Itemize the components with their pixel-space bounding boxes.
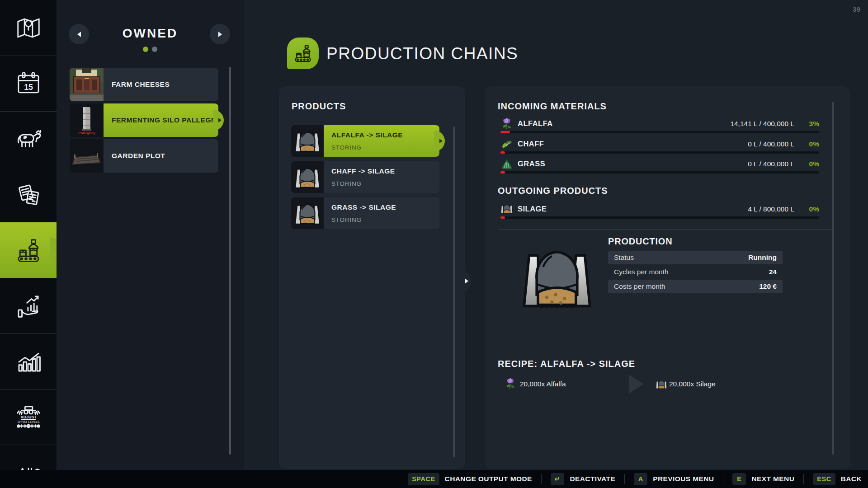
- product-name: GRASS -> SILAGE: [331, 203, 396, 211]
- row-label: Cycles per month: [614, 268, 669, 276]
- statistics-icon: [14, 347, 42, 375]
- silage-icon: [500, 203, 513, 216]
- material-name: CHAFF: [518, 140, 544, 148]
- sidebar-item-finances[interactable]: [0, 278, 57, 333]
- production-cycles-row: Cycles per month 24: [608, 265, 783, 279]
- menu-sidebar: 15: [0, 0, 57, 488]
- fill-level-value: [500, 151, 505, 154]
- owned-item-fermenting-silo[interactable]: Pallegney FERMENTING SILO PALLEGNEY: [70, 103, 275, 137]
- incoming-materials-heading: INCOMING MATERIALS: [498, 101, 607, 112]
- material-row-alfalfa: ALFALFA 14,141 L / 400,000 L 3%: [500, 117, 819, 136]
- product-name: CHAFF -> SILAGE: [331, 167, 395, 175]
- material-percent: 0%: [809, 140, 819, 148]
- next-menu-action[interactable]: E NEXT MENU: [732, 473, 794, 485]
- page-title: PRODUCTION CHAINS: [326, 44, 518, 63]
- details-panel: INCOMING MATERIALS ALFALFA 14,141 L / 40…: [485, 86, 850, 469]
- sidebar-item-contracts[interactable]: [0, 167, 57, 222]
- product-thumbnail: [291, 197, 324, 229]
- page-dot-active: [143, 47, 148, 52]
- silage-icon: [656, 379, 667, 391]
- owned-panel: OWNED: [57, 0, 244, 488]
- change-output-mode-action[interactable]: SPACE CHANGE OUTPUT MODE: [408, 473, 532, 485]
- products-heading: PRODUCTS: [292, 101, 346, 112]
- production-chains-glyph: [292, 43, 313, 64]
- page-title-icon: [287, 38, 319, 69]
- row-label: Status: [614, 253, 634, 262]
- esc-key-badge: ESC: [813, 473, 835, 485]
- material-name: GRASS: [518, 160, 545, 168]
- material-row-silage: SILAGE 4 L / 800,000 L 0%: [500, 203, 819, 222]
- recipe-arrow-icon: [629, 375, 644, 394]
- cow-icon: [14, 125, 42, 153]
- sidebar-item-statistics[interactable]: [0, 333, 57, 389]
- a-key-badge: A: [634, 473, 647, 485]
- sidebar-item-animals[interactable]: [0, 111, 57, 167]
- production-chains-screen: 39 15: [0, 0, 868, 488]
- action-label: CHANGE OUTPUT MODE: [445, 475, 532, 483]
- row-label: Costs per month: [614, 282, 665, 291]
- building-thumbnail: Pallegney: [70, 103, 104, 137]
- action-label: BACK: [841, 475, 862, 483]
- fill-level-value: [500, 131, 510, 133]
- footer-separator: [624, 474, 625, 484]
- material-percent: 0%: [809, 160, 819, 168]
- fill-level-bar: [500, 216, 819, 219]
- owned-item-garden-plot[interactable]: GARDEN PLOT: [70, 139, 275, 173]
- production-point-image: [516, 245, 598, 309]
- product-item-alfalfa-silage[interactable]: ALFALFA -> SILAGE STORING: [291, 125, 439, 157]
- products-scrollbar[interactable]: [453, 127, 455, 457]
- material-row-chaff: CHAFF 0 L / 400,000 L 0%: [500, 138, 819, 157]
- recipe-input-text: 20,000x Alfalfa: [520, 380, 566, 388]
- product-status: STORING: [331, 180, 362, 187]
- material-amount: 4 L / 800,000 L: [748, 205, 794, 213]
- production-status-row: Status Running: [608, 251, 783, 264]
- product-thumbnail: [291, 125, 324, 157]
- recipe-output-text: 20,000x Silage: [669, 380, 716, 388]
- hotkey-bar: SPACE CHANGE OUTPUT MODE ↵ DEACTIVATE A …: [0, 470, 868, 488]
- material-name: SILAGE: [518, 205, 547, 213]
- owned-scrollbar[interactable]: [229, 67, 231, 455]
- contracts-icon: [14, 181, 42, 209]
- material-amount: 0 L / 400,000 L: [748, 160, 794, 168]
- sidebar-item-map[interactable]: [0, 0, 57, 56]
- adjust-spray-levels-icon: ADJUST SPRAY LEVELS: [14, 403, 42, 431]
- row-value: 24: [769, 268, 777, 276]
- previous-menu-action[interactable]: A PREVIOUS MENU: [634, 473, 714, 485]
- selected-item-arrow: [213, 110, 224, 131]
- fill-level-bar: [500, 171, 819, 174]
- calendar-icon: 15: [14, 70, 42, 98]
- page-indicator: [57, 47, 244, 52]
- row-value: 120 €: [759, 282, 777, 291]
- expand-panel-arrow[interactable]: [459, 269, 471, 293]
- details-scrollbar[interactable]: [832, 102, 834, 455]
- production-costs-row: Costs per month 120 €: [608, 280, 783, 293]
- material-percent: 3%: [809, 120, 819, 128]
- deactivate-action[interactable]: ↵ DEACTIVATE: [551, 473, 615, 485]
- row-value: Running: [748, 253, 777, 262]
- product-status: STORING: [331, 144, 362, 151]
- owned-next-button[interactable]: [210, 24, 230, 44]
- building-thumbnail: [70, 68, 104, 101]
- sidebar-item-calendar[interactable]: 15: [0, 56, 57, 111]
- spray-label-line1: ADJUST: [20, 415, 37, 419]
- sidebar-item-production[interactable]: [0, 222, 57, 278]
- chevron-right-icon: [218, 32, 222, 37]
- building-thumbnail: [70, 139, 104, 173]
- calendar-day-label: 15: [24, 83, 33, 92]
- sidebar-item-spray-levels[interactable]: ADJUST SPRAY LEVELS: [0, 389, 57, 445]
- material-row-grass: GRASS 0 L / 400,000 L 0%: [500, 158, 819, 177]
- alfalfa-icon: [500, 117, 513, 130]
- owned-item-farm-cheeses[interactable]: FARM CHEESES: [70, 68, 275, 101]
- chaff-icon: [500, 138, 513, 150]
- product-item-grass-silage[interactable]: GRASS -> SILAGE STORING: [291, 197, 439, 229]
- fps-counter: 39: [853, 5, 860, 13]
- silo-thumb-label: Pallegney: [78, 131, 95, 135]
- map-icon: [14, 14, 42, 42]
- product-item-chaff-silage[interactable]: CHAFF -> SILAGE STORING: [291, 161, 439, 193]
- section-divider: [498, 229, 832, 230]
- material-amount: 0 L / 400,000 L: [748, 140, 794, 148]
- fill-level-bar: [500, 151, 819, 154]
- building-name: FERMENTING SILO PALLEGNEY: [112, 116, 226, 124]
- back-action[interactable]: ESC BACK: [813, 473, 862, 485]
- alfalfa-icon: [505, 378, 516, 389]
